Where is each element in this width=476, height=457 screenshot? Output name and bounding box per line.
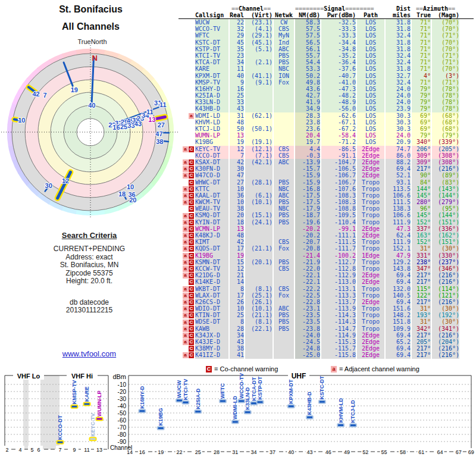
table-row: aCKWCM-TV10(10.1)PBS-17.5-108.3Tropo111.… — [178, 199, 474, 205]
svg-text:WUMN-LP: WUMN-LP — [96, 391, 102, 417]
table-row: K16HY-D1643.6-47.3LOS24.079°(78°) — [178, 86, 474, 92]
table-row: K25IA-D2542.7-48.2LOS24.079°(78°) — [178, 92, 474, 99]
svg-text:WDMI-LD: WDMI-LD — [232, 396, 238, 420]
svg-text:-40: -40 — [118, 403, 127, 409]
tvfool-link[interactable]: www.tvfool.com — [62, 349, 116, 358]
table-row: aCK26CS-D26(26.1)-22.8-113.72Edge69.4217… — [178, 299, 474, 305]
table-row: aCKIMT42CBS-20.7-111.5Tropo111.9152°(151… — [178, 239, 474, 245]
svg-text:-50: -50 — [118, 410, 127, 417]
table-row: WUCW22(23.1)CW58.3-32.5LOS31.871°(70°) — [178, 19, 474, 26]
svg-text:K16HY-D: K16HY-D — [139, 386, 145, 409]
svg-text:VHF Hi: VHF Hi — [71, 373, 93, 380]
table-row: KSTC-DT45(45.1)Ind56.5-34.4LOS31.871°(70… — [178, 39, 474, 46]
adjacent-channel-warning-icon: a — [183, 239, 188, 245]
network-cell — [274, 352, 294, 359]
table-row: KHVM-LD4823.8-67.1LOS30.369°(68°) — [178, 119, 474, 126]
svg-text:6: 6 — [37, 447, 40, 453]
adjacent-channel-warning-icon: a — [183, 352, 188, 358]
svg-text:19: 19 — [158, 449, 164, 455]
svg-text:WFTC: WFTC — [220, 383, 226, 398]
co-channel-warning-icon: C — [189, 220, 194, 226]
station-table: ==Channel==========Signal========Dist==A… — [178, 5, 474, 359]
svg-text:34: 34 — [251, 449, 257, 455]
adjacent-channel-warning-icon: a — [183, 253, 188, 259]
column-header: Netwk — [274, 12, 294, 18]
adjacent-channel-warning-icon: a — [183, 226, 188, 232]
table-row: aCKTTC10NBC-16.8-107.6Tropo113.5144°(143… — [178, 186, 474, 192]
column-header: Path — [357, 12, 384, 18]
table-row: aCWLAX-DT17(25.1)Fox-22.5-113.3Tropo140.… — [178, 292, 474, 299]
adjacent-channel-warning-icon: a — [183, 186, 188, 192]
table-row: aCKAAL-DT36(6.1)ABC-17.5-108.3Tropo106.6… — [178, 192, 474, 199]
co-channel-warning-icon: C — [189, 213, 194, 219]
adjacent-channel-warning-icon: a — [183, 326, 188, 332]
svg-text:KHVM-LD: KHVM-LD — [338, 398, 344, 423]
svg-text:16: 16 — [139, 449, 145, 455]
svg-text:KTCI-TV: KTCI-TV — [183, 379, 189, 400]
co-channel-warning-icon: C — [189, 273, 194, 278]
svg-text:10: 10 — [127, 183, 134, 190]
distance-cell: 69.4 — [386, 352, 411, 359]
svg-text:46: 46 — [325, 449, 331, 455]
real-channel-cell: 41 — [230, 352, 244, 359]
svg-text:25: 25 — [120, 123, 127, 130]
svg-text:WCCO-TV: WCCO-TV — [239, 373, 245, 399]
column-header: NM(dB) — [295, 12, 320, 18]
column-header: True — [412, 12, 431, 18]
channel-axis-label: Channel — [110, 445, 132, 451]
table-row: CWEAU-TV38NBC-17.9-108.8Tropo138.396°(95… — [178, 205, 474, 212]
svg-text:KEYC-TV: KEYC-TV — [90, 413, 96, 437]
tvfool-report: St. Bonifacius All Channels TrueNorth 19… — [0, 0, 476, 457]
co-channel-warning-icon: C — [189, 246, 194, 252]
svg-text:55: 55 — [381, 449, 387, 455]
svg-text:-60: -60 — [118, 417, 127, 424]
table-row: aCW47CO-D47-15.9-106.72Edge52.190°(89°) — [178, 172, 474, 179]
adjacent-channel-warning-icon: a — [183, 306, 188, 312]
column-header: miles — [386, 12, 411, 18]
table-row: aCKQDS-DT17(21.1)Fox-20.8-111.7Tropo152.… — [178, 245, 474, 252]
adjacent-channel-warning-icon: a — [183, 312, 188, 318]
svg-text:VHF Lo: VHF Lo — [17, 373, 40, 380]
table-row: KTCJ-LD50(50.1)23.6-67.2LOS30.369°(68°) — [178, 126, 474, 132]
svg-text:KSTP-DT: KSTP-DT — [257, 376, 263, 399]
db-datecode-value: 201301112215 — [6, 306, 173, 315]
channels-subtitle: All Channels — [18, 21, 164, 32]
adjacent-channel-warning-icon: a — [183, 166, 188, 172]
co-channel-warning-icon: C — [189, 173, 194, 179]
svg-text:43: 43 — [306, 449, 312, 455]
table-row: KMSP-TV9(9.1)Fox49.8-41.0LOS32.471°(71°) — [178, 79, 474, 86]
svg-text:16: 16 — [112, 124, 120, 131]
svg-text:30: 30 — [45, 182, 52, 189]
page-title: St. Bonifacius All Channels — [18, 5, 164, 32]
table-row: aCKSMN-DT15(20.1)PBS-21.9-112.7Tropo129.… — [178, 259, 474, 265]
svg-text:20: 20 — [129, 196, 136, 204]
co-channel-warning-icon: C — [189, 206, 194, 212]
svg-text:9: 9 — [73, 447, 76, 453]
adjacent-channel-warning-icon: a — [183, 293, 188, 299]
svg-text:5: 5 — [30, 447, 33, 453]
table-row: KSTP-DT35(5.1)ABC56.1-34.8LOS31.871°(70°… — [178, 46, 474, 52]
svg-text:13: 13 — [96, 447, 102, 453]
co-channel-warning-icon: C — [189, 186, 194, 192]
svg-text:4: 4 — [18, 447, 21, 453]
co-channel-warning-icon: C — [189, 159, 194, 165]
warn-col-header — [178, 12, 194, 18]
svg-text:-10: -10 — [118, 381, 127, 388]
svg-text:10: 10 — [18, 117, 25, 124]
svg-text:40: 40 — [88, 102, 95, 109]
co-channel-warning-icon: C — [189, 286, 194, 292]
adjacent-channel-warning-icon: a — [183, 146, 188, 152]
table-row: aCK41IZ-D41-25.0-115.82Edge69.4217°(216°… — [178, 352, 474, 358]
svg-text:13: 13 — [148, 116, 155, 123]
column-header: (Virt) — [245, 12, 273, 18]
adjacent-channel-warning-icon: a — [183, 199, 188, 205]
table-row: KTCA-DT34(2.1)PBS54.4-36.4LOS32.471°(71°… — [178, 59, 474, 65]
svg-text:43: 43 — [134, 120, 142, 127]
table-row: aCKAWB28(22.1)PBS-23.8-114.7Tropo109.934… — [178, 325, 474, 332]
table-row: aCKSMQ-DT20(15.1)PBS-18.7-109.5Tropo106.… — [178, 212, 474, 218]
co-channel-warning-icon: C — [189, 199, 194, 205]
uhf-signal-chart: UHFK16HY-DK19BGWUCWKTCI-TVK25IA-DWFTCWDM… — [127, 364, 476, 457]
svg-text:69: 69 — [468, 449, 474, 455]
table-row: aCWDSE-DT8(8.1)PBS-23.5-114.3Tropo151.83… — [178, 318, 474, 325]
tvfool-link-wrap: www.tvfool.com — [6, 348, 173, 359]
